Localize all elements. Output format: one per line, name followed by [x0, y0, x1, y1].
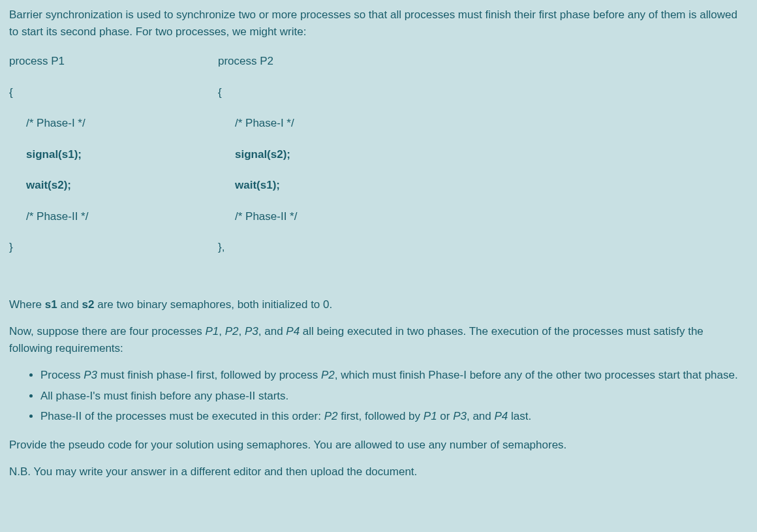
process-p2-column: process P2 { /* Phase-I */ signal(s2); w… — [218, 53, 427, 270]
code-phase2-comment: /* Phase-II */ — [218, 208, 427, 225]
text: , and — [467, 410, 495, 422]
list-item: Process P3 must finish phase-I first, fo… — [40, 367, 748, 384]
code-header: process P1 — [9, 53, 218, 70]
text: are two binary semaphores, both initiali… — [94, 298, 332, 311]
explanation-section: Where s1 and s2 are two binary semaphore… — [9, 296, 748, 480]
intro-paragraph: Barrier synchronization is used to synch… — [9, 7, 748, 40]
process-p3: P3 — [84, 369, 97, 381]
text: last. — [508, 410, 531, 422]
code-phase2-comment: /* Phase-II */ — [9, 208, 218, 225]
code-example-block: process P1 { /* Phase-I */ signal(s1); w… — [9, 53, 748, 270]
note-paragraph: N.B. You may write your answer in a diff… — [9, 463, 748, 480]
text: , and — [258, 325, 286, 337]
requirements-list: Process P3 must finish phase-I first, fo… — [9, 367, 748, 425]
text: and — [57, 298, 82, 311]
code-open-brace: { — [9, 84, 218, 101]
process-p3: P3 — [453, 410, 467, 422]
code-wait: wait(s1); — [218, 177, 427, 194]
code-signal: signal(s1); — [9, 146, 218, 163]
process-p2: P2 — [225, 325, 239, 337]
process-p1-column: process P1 { /* Phase-I */ signal(s1); w… — [9, 53, 218, 270]
code-phase1-comment: /* Phase-I */ — [9, 115, 218, 132]
process-p2: P2 — [324, 410, 338, 422]
process-p1: P1 — [206, 325, 219, 337]
process-p1: P1 — [424, 410, 437, 422]
code-close-brace: }, — [218, 239, 427, 256]
text: first, followed by — [337, 410, 423, 422]
code-open-brace: { — [218, 84, 427, 101]
semaphore-s1: s1 — [45, 298, 57, 311]
text: , which must finish Phase-I before any o… — [335, 369, 738, 381]
where-paragraph: Where s1 and s2 are two binary semaphore… — [9, 296, 748, 313]
text: Now, suppose there are four processes — [9, 325, 206, 337]
code-close-brace: } — [9, 239, 218, 256]
code-signal: signal(s2); — [218, 146, 427, 163]
text: Phase-II of the processes must be execut… — [40, 410, 324, 422]
now-paragraph: Now, suppose there are four processes P1… — [9, 323, 748, 356]
text: Where — [9, 298, 45, 311]
list-item: Phase-II of the processes must be execut… — [40, 408, 748, 425]
semaphore-s2: s2 — [82, 298, 95, 311]
process-p4: P4 — [286, 325, 300, 337]
code-header: process P2 — [218, 53, 427, 70]
text: or — [437, 410, 454, 422]
process-p4: P4 — [495, 410, 508, 422]
code-wait: wait(s2); — [9, 177, 218, 194]
code-phase1-comment: /* Phase-I */ — [218, 115, 427, 132]
list-item: All phase-I's must finish before any pha… — [40, 388, 748, 405]
process-p2: P2 — [321, 369, 335, 381]
instruction-paragraph: Provide the pseudo code for your solutio… — [9, 437, 748, 454]
process-p3: P3 — [245, 325, 258, 337]
text: must finish phase-I first, followed by p… — [97, 369, 321, 381]
text: , — [219, 325, 224, 337]
text: , — [239, 325, 245, 337]
text: Process — [40, 369, 84, 381]
